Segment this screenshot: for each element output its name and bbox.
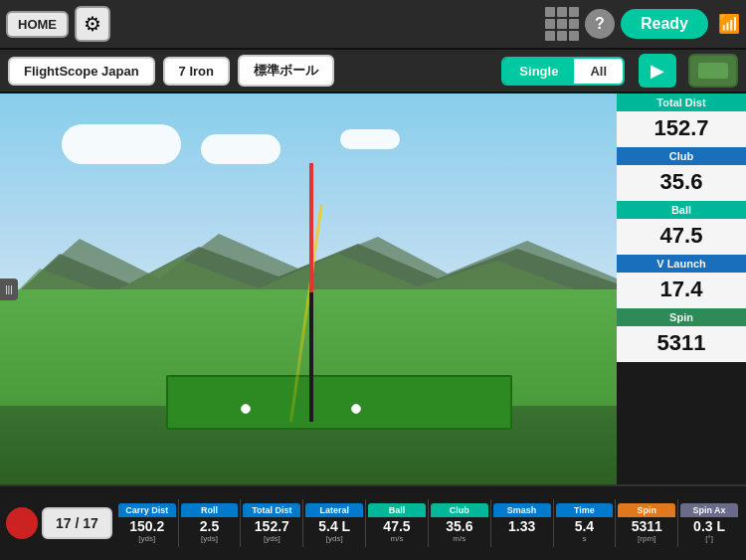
- cloud-2: [201, 134, 280, 164]
- left-indicator[interactable]: |||: [0, 279, 18, 300]
- home-button[interactable]: HOME: [6, 11, 69, 38]
- col-val-8: 5311: [632, 519, 662, 534]
- play-button[interactable]: ▶: [639, 54, 676, 88]
- total-dist-value: 152.7: [617, 111, 746, 147]
- main-area: ||| Total Dist 152.7 Club 35.6 Ball 47.5…: [0, 93, 746, 484]
- vlaunch-block: V Launch 17.4: [617, 255, 746, 308]
- col-header-7: Time: [556, 503, 614, 517]
- flag-pole: [309, 163, 313, 422]
- spin-block: Spin 5311: [617, 308, 746, 362]
- col-unit-0: [yds]: [138, 534, 155, 543]
- col-header-3: Lateral: [305, 503, 363, 517]
- ball-label: Ball: [617, 201, 746, 219]
- vlaunch-label: V Launch: [617, 255, 746, 273]
- ball-button[interactable]: 標準ボール: [238, 55, 334, 87]
- data-columns: Carry Dist150.2[yds]Roll2.5[yds]Total Di…: [116, 499, 740, 547]
- view-toggle[interactable]: Single All: [501, 57, 625, 86]
- data-col-9: Spin Ax0.3 L[°]: [677, 499, 740, 547]
- cloud-1: [62, 124, 181, 164]
- gear-button[interactable]: ⚙: [75, 6, 110, 42]
- col-header-0: Carry Dist: [118, 503, 176, 517]
- wifi-icon: 📶: [718, 13, 740, 35]
- clouds: [62, 124, 555, 164]
- profile-button[interactable]: FlightScope Japan: [8, 57, 155, 86]
- data-col-8: Spin5311[rpm]: [615, 499, 677, 547]
- spin-value: 5311: [617, 326, 746, 362]
- tee-box: [166, 375, 511, 430]
- col-val-6: 1.33: [508, 519, 535, 534]
- data-col-4: Ball47.5m/s: [365, 499, 428, 547]
- data-col-5: Club35.6m/s: [428, 499, 490, 547]
- record-button[interactable]: [6, 507, 38, 539]
- col-val-4: 47.5: [383, 519, 410, 534]
- cloud-3: [340, 129, 400, 149]
- col-header-9: Spin Ax: [680, 503, 738, 517]
- col-val-2: 152.7: [255, 519, 289, 534]
- data-col-6: Smash1.33: [490, 499, 553, 547]
- shot-counter: 17 / 17: [42, 507, 112, 539]
- col-unit-1: [yds]: [201, 534, 218, 543]
- col-unit-5: m/s: [453, 534, 466, 543]
- col-val-5: 35.6: [446, 519, 472, 534]
- data-col-0: Carry Dist150.2[yds]: [116, 499, 178, 547]
- col-val-3: 5.4 L: [318, 519, 350, 534]
- spin-label: Spin: [617, 308, 746, 326]
- total-dist-label: Total Dist: [617, 93, 746, 111]
- col-header-2: Total Dist: [243, 503, 300, 517]
- club-button[interactable]: 7 Iron: [163, 57, 230, 86]
- col-unit-8: [rpm]: [638, 534, 655, 543]
- stats-panel: Total Dist 152.7 Club 35.6 Ball 47.5 V L…: [617, 93, 746, 484]
- col-header-5: Club: [431, 503, 488, 517]
- club-block: Club 35.6: [617, 147, 746, 201]
- col-header-4: Ball: [368, 503, 426, 517]
- col-unit-4: m/s: [391, 534, 404, 543]
- grid-icon[interactable]: [545, 7, 579, 41]
- help-button[interactable]: ?: [585, 9, 615, 39]
- col-unit-7: s: [582, 534, 586, 543]
- ball-value: 47.5: [617, 219, 746, 255]
- col-header-6: Smash: [493, 503, 551, 517]
- flag-pole-container: [309, 163, 313, 422]
- col-unit-2: [yds]: [264, 534, 280, 543]
- vlaunch-value: 17.4: [617, 273, 746, 308]
- total-dist-block: Total Dist 152.7: [617, 93, 746, 147]
- col-unit-3: [yds]: [326, 534, 343, 543]
- golf-scene: |||: [0, 93, 617, 484]
- all-toggle[interactable]: All: [574, 59, 623, 84]
- bottom-bar: 17 / 17 Carry Dist150.2[yds]Roll2.5[yds]…: [0, 484, 746, 560]
- col-val-0: 150.2: [129, 519, 164, 534]
- club-label: Club: [617, 147, 746, 165]
- ready-button[interactable]: Ready: [621, 9, 708, 39]
- pole-black: [309, 292, 313, 422]
- col-val-7: 5.4: [575, 519, 594, 534]
- subheader: FlightScope Japan 7 Iron 標準ボール Single Al…: [0, 50, 746, 93]
- col-header-8: Spin: [618, 503, 675, 517]
- data-col-1: Roll2.5[yds]: [178, 499, 241, 547]
- data-col-2: Total Dist152.7[yds]: [240, 499, 302, 547]
- ball-block: Ball 47.5: [617, 201, 746, 255]
- col-val-1: 2.5: [200, 519, 219, 534]
- single-toggle[interactable]: Single: [503, 59, 574, 84]
- pole-red: [309, 163, 313, 292]
- data-col-3: Lateral5.4 L[yds]: [302, 499, 365, 547]
- col-header-1: Roll: [181, 503, 239, 517]
- col-val-9: 0.3 L: [693, 519, 725, 534]
- header: HOME ⚙ ? Ready 📶: [0, 0, 746, 50]
- col-unit-9: [°]: [705, 534, 713, 543]
- data-col-7: Time5.4s: [553, 499, 616, 547]
- green-view-button[interactable]: [688, 54, 738, 88]
- club-value: 35.6: [617, 165, 746, 201]
